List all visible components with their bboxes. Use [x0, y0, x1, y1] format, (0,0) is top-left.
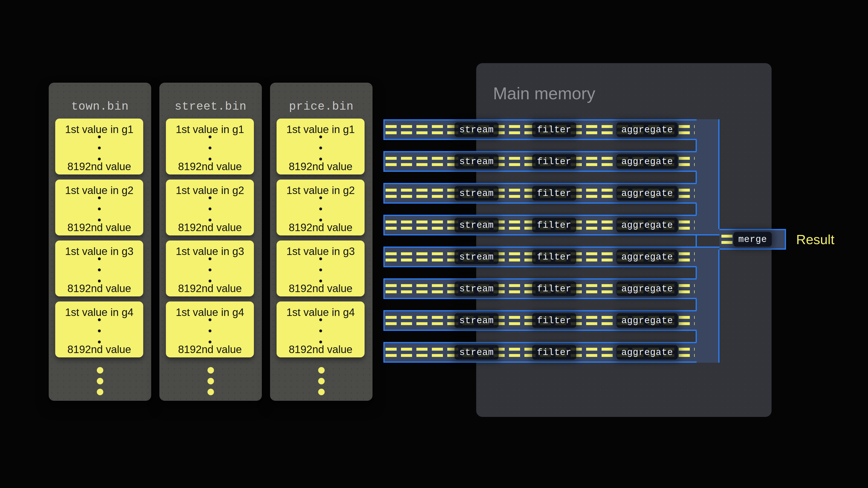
group-last-value: 8192nd value	[289, 283, 352, 294]
group-first-value: 1st value in g2	[176, 184, 244, 196]
group-block-g4: 1st value in g4 8192nd value	[55, 301, 143, 357]
group-block-g2: 1st value in g2 8192nd value	[55, 180, 143, 235]
group-block-g1: 1st value in g1 8192nd value	[277, 119, 365, 174]
group-block-g3: 1st value in g3 8192nd value	[55, 240, 143, 296]
group-first-value: 1st value in g4	[176, 306, 244, 318]
aggregate-stage-chip: aggregate	[617, 345, 678, 360]
group-last-value: 8192nd value	[178, 222, 242, 233]
group-block-g1: 1st value in g1 8192nd value	[55, 119, 143, 174]
pipeline-row-1: stream filter aggregate	[383, 119, 719, 140]
group-last-value: 8192nd value	[67, 161, 131, 172]
pipeline-row-5: stream filter aggregate	[383, 247, 719, 267]
data-flow-dashes	[721, 235, 733, 244]
group-last-value: 8192nd value	[67, 344, 131, 355]
merge-stage-chip: merge	[734, 232, 772, 247]
group-first-value: 1st value in g4	[65, 306, 133, 318]
group-block-g2: 1st value in g2 8192nd value	[277, 180, 365, 235]
merge-node: merge	[719, 229, 786, 250]
group-first-value: 1st value in g3	[176, 245, 244, 257]
pipeline-row-2: stream filter aggregate	[383, 151, 719, 172]
group-block-g3: 1st value in g3 8192nd value	[166, 240, 254, 296]
file-name-label: town.bin	[49, 100, 151, 113]
more-groups-dots	[318, 367, 324, 395]
ellipsis-dots	[209, 257, 212, 283]
group-last-value: 8192nd value	[178, 344, 242, 355]
channel-edge-segment	[695, 235, 697, 247]
channel-edge-segment	[695, 299, 697, 310]
pipeline-row-7: stream filter aggregate	[383, 310, 719, 331]
group-first-value: 1st value in g1	[65, 123, 133, 135]
file-column-street: street.bin 1st value in g1 8192nd value …	[159, 83, 262, 401]
group-last-value: 8192nd value	[289, 161, 352, 172]
filter-stage-chip: filter	[532, 345, 576, 360]
stream-stage-chip: stream	[455, 218, 499, 233]
group-block-g4: 1st value in g4 8192nd value	[166, 301, 254, 357]
group-last-value: 8192nd value	[67, 222, 131, 233]
file-column-price: price.bin 1st value in g1 8192nd value 1…	[270, 83, 373, 401]
ellipsis-dots	[209, 196, 212, 222]
ellipsis-dots	[98, 318, 101, 344]
group-last-value: 8192nd value	[178, 283, 242, 294]
group-last-value: 8192nd value	[289, 222, 352, 233]
group-block-g1: 1st value in g1 8192nd value	[166, 119, 254, 174]
group-first-value: 1st value in g2	[286, 184, 355, 196]
ellipsis-dots	[319, 318, 322, 344]
filter-stage-chip: filter	[532, 313, 576, 328]
stream-stage-chip: stream	[455, 123, 499, 137]
ellipsis-dots	[98, 135, 101, 161]
filter-stage-chip: filter	[532, 282, 576, 296]
ellipsis-dots	[319, 196, 322, 222]
group-last-value: 8192nd value	[178, 161, 242, 172]
filter-stage-chip: filter	[532, 154, 576, 169]
filter-stage-chip: filter	[532, 250, 576, 264]
ellipsis-dots	[209, 318, 212, 344]
aggregate-stage-chip: aggregate	[617, 123, 678, 137]
channel-edge-segment	[695, 140, 697, 151]
channel-edge-segment	[695, 204, 697, 215]
merge-channel-lower	[696, 250, 719, 363]
stream-stage-chip: stream	[455, 154, 499, 169]
stream-stage-chip: stream	[455, 250, 499, 264]
group-first-value: 1st value in g2	[65, 184, 133, 196]
group-first-value: 1st value in g1	[286, 123, 355, 135]
channel-edge-segment	[695, 172, 697, 183]
more-groups-dots	[207, 367, 214, 395]
pipeline-row-4: stream filter aggregate	[383, 215, 719, 235]
group-block-g3: 1st value in g3 8192nd value	[277, 240, 365, 296]
filter-stage-chip: filter	[532, 186, 576, 201]
file-name-label: street.bin	[159, 100, 262, 113]
main-memory-title: Main memory	[493, 84, 595, 103]
filter-stage-chip: filter	[532, 218, 576, 233]
file-column-town: town.bin 1st value in g1 8192nd value 1s…	[49, 83, 151, 401]
group-first-value: 1st value in g3	[65, 245, 133, 257]
group-first-value: 1st value in g4	[286, 306, 355, 318]
diagram-canvas: town.bin 1st value in g1 8192nd value 1s…	[0, 0, 868, 488]
ellipsis-dots	[98, 257, 101, 283]
ellipsis-dots	[209, 135, 212, 161]
group-block-g2: 1st value in g2 8192nd value	[166, 180, 254, 235]
aggregate-stage-chip: aggregate	[617, 218, 678, 233]
ellipsis-dots	[319, 257, 322, 283]
aggregate-stage-chip: aggregate	[617, 313, 678, 328]
aggregate-stage-chip: aggregate	[617, 282, 678, 296]
pipeline-row-8: stream filter aggregate	[383, 342, 719, 363]
group-last-value: 8192nd value	[289, 344, 352, 355]
group-first-value: 1st value in g3	[286, 245, 355, 257]
channel-edge-segment	[695, 331, 697, 342]
pipeline-row-6: stream filter aggregate	[383, 278, 719, 299]
stream-stage-chip: stream	[455, 313, 499, 328]
stream-stage-chip: stream	[455, 282, 499, 296]
more-groups-dots	[97, 367, 103, 395]
result-label: Result	[796, 229, 835, 250]
file-name-label: price.bin	[270, 100, 373, 113]
aggregate-stage-chip: aggregate	[617, 250, 678, 264]
ellipsis-dots	[98, 196, 101, 222]
stream-stage-chip: stream	[455, 345, 499, 360]
merge-channel-upper	[696, 119, 719, 229]
filter-stage-chip: filter	[532, 123, 576, 137]
pipeline-row-3: stream filter aggregate	[383, 183, 719, 204]
aggregate-stage-chip: aggregate	[617, 154, 678, 169]
stream-stage-chip: stream	[455, 186, 499, 201]
aggregate-stage-chip: aggregate	[617, 186, 678, 201]
group-block-g4: 1st value in g4 8192nd value	[277, 301, 365, 357]
